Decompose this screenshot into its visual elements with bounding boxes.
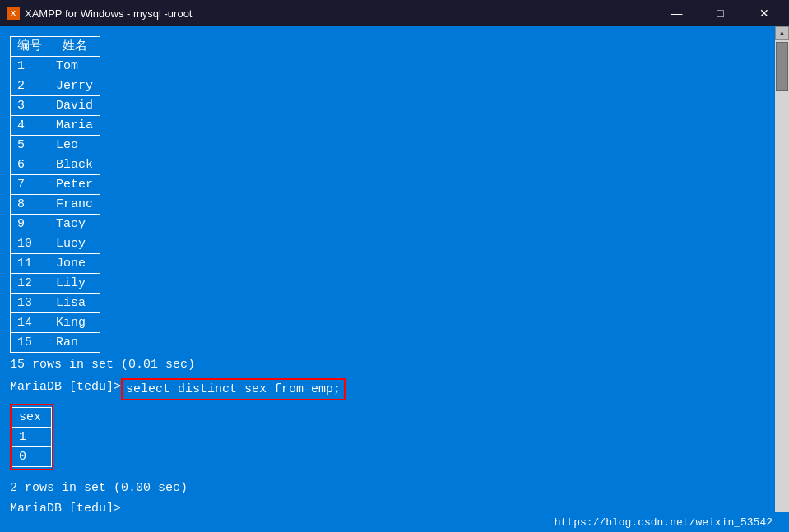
result-box: sex 1 0 [10, 404, 53, 470]
title-bar-controls: — □ ✕ [658, 0, 782, 26]
table-row: 11Jone [11, 254, 100, 274]
emp-table: 编号 姓名 1Tom 2Jerry 3David 4Maria 5Leo 6Bl… [10, 36, 100, 353]
result-count-line: 2 rows in set (0.00 sec) [10, 479, 779, 497]
table-row: 2Jerry [11, 76, 100, 96]
table-row: 1 [12, 428, 52, 447]
table-row: 8Franc [11, 195, 100, 215]
col-header-id: 编号 [11, 37, 49, 57]
sex-result-table: sex 1 0 [12, 407, 52, 467]
sex-col-header: sex [12, 408, 52, 428]
table-row: 10Lucy [11, 234, 100, 254]
table-row: 6Black [11, 155, 100, 175]
command-prompt-line: MariaDB [tedu]> select distinct sex from… [10, 378, 779, 400]
scroll-up-button[interactable]: ▲ [775, 26, 789, 40]
table-row: 3David [11, 96, 100, 116]
status-bar: https://blog.csdn.net/weixin_53542 [0, 512, 789, 532]
window-title: XAMPP for Windows - mysql -uroot [25, 7, 192, 20]
command-text[interactable]: select distinct sex from emp; [121, 378, 346, 400]
title-bar: X XAMPP for Windows - mysql -uroot — □ ✕ [0, 0, 789, 26]
close-button[interactable]: ✕ [745, 0, 782, 26]
scroll-thumb[interactable] [776, 42, 788, 91]
minimize-button[interactable]: — [658, 0, 695, 26]
table-row: 12Lily [11, 274, 100, 294]
scrollbar[interactable]: ▲ ▼ [775, 26, 789, 532]
final-prompt[interactable]: MariaDB [tedu]> [10, 500, 779, 512]
table-row: 4Maria [11, 116, 100, 136]
col-header-name: 姓名 [49, 37, 100, 57]
table-row: 7Peter [11, 175, 100, 195]
terminal-area: 编号 姓名 1Tom 2Jerry 3David 4Maria 5Leo 6Bl… [0, 26, 789, 512]
table-row: 13Lisa [11, 294, 100, 313]
table-row: 9Tacy [11, 215, 100, 234]
table-row: 14King [11, 313, 100, 333]
table-row: 1Tom [11, 57, 100, 76]
prompt-prefix: MariaDB [tedu]> [10, 378, 121, 396]
table-row: 5Leo [11, 136, 100, 155]
title-bar-left: X XAMPP for Windows - mysql -uroot [7, 7, 192, 20]
app-icon: X [7, 7, 20, 20]
table-row: 15Ran [11, 333, 100, 353]
status-url: https://blog.csdn.net/weixin_53542 [555, 516, 773, 529]
table-row: 0 [12, 447, 52, 467]
maximize-button[interactable]: □ [702, 0, 739, 26]
row-count-line: 15 rows in set (0.01 sec) [10, 356, 779, 373]
